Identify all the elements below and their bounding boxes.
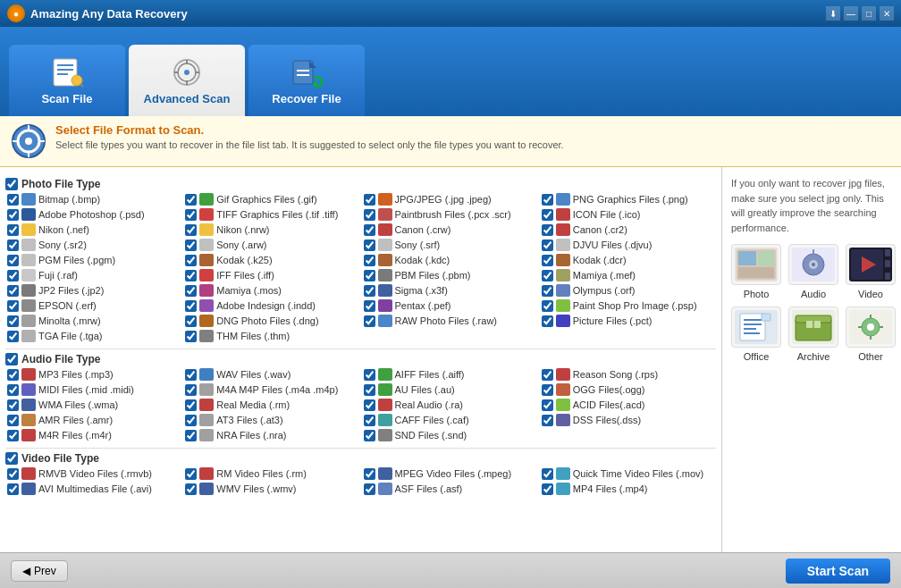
file-item: Canon (.crw) <box>362 223 538 237</box>
file-item: MIDI Files (.mid .midi) <box>5 382 181 397</box>
start-scan-button[interactable]: Start Scan <box>786 559 890 584</box>
tabs-bar: Scan File Advanced Scan <box>0 27 901 116</box>
photo-section-label: Photo File Type <box>21 178 100 190</box>
file-item: JPG/JPEG (.jpg .jpeg) <box>362 192 538 206</box>
svg-rect-2 <box>57 69 73 71</box>
file-item: Fuji (.raf) <box>5 268 181 282</box>
file-item <box>362 329 538 343</box>
tab-scan-file-label: Scan File <box>41 92 92 105</box>
svg-rect-15 <box>297 70 309 71</box>
video-thumb <box>846 244 896 285</box>
header-icon <box>11 123 46 159</box>
file-item: PGM Files (.pgm) <box>5 253 181 267</box>
tab-scan-file[interactable]: Scan File <box>9 45 125 116</box>
close-btn[interactable]: ✕ <box>880 6 894 21</box>
photo-section-checkbox[interactable] <box>5 178 18 190</box>
right-panel-tip: If you only want to recover jpg files, m… <box>731 176 892 235</box>
maximize-btn[interactable]: □ <box>862 6 876 21</box>
file-item: PBM Files (.pbm) <box>362 268 538 282</box>
video-section-label: Video File Type <box>21 452 99 465</box>
file-item: Real Audio (.ra) <box>362 398 538 412</box>
prev-label: Prev <box>34 565 56 577</box>
file-item: Nikon (.nef) <box>5 223 181 237</box>
file-item: Quick Time Video Files (.mov) <box>540 466 716 481</box>
file-item: RMVB Video Files (.rmvb) <box>5 466 181 481</box>
category-video[interactable]: Video <box>846 244 896 299</box>
office-thumb <box>731 307 781 348</box>
svg-rect-1 <box>57 64 73 66</box>
file-item: AIFF Files (.aiff) <box>362 367 538 382</box>
video-section-checkbox[interactable] <box>5 452 18 465</box>
category-audio[interactable]: Audio <box>788 244 838 299</box>
svg-rect-43 <box>744 319 762 321</box>
file-item <box>540 428 716 442</box>
tab-advanced-scan[interactable]: Advanced Scan <box>129 45 245 116</box>
audio-section-label: Audio File Type <box>21 353 100 365</box>
start-scan-label: Start Scan <box>807 564 869 578</box>
tab-recover-file[interactable]: Recover File <box>248 45 365 116</box>
footer: ◀ Prev Start Scan <box>0 552 901 588</box>
file-item: Real Media (.rm) <box>183 398 359 412</box>
recover-file-icon <box>289 56 324 88</box>
file-item: ACID Files(.acd) <box>540 398 716 412</box>
svg-rect-16 <box>297 74 309 76</box>
category-video-label: Video <box>858 289 883 299</box>
category-archive-label: Archive <box>797 351 830 362</box>
file-item: IFF Files (.iff) <box>183 268 359 282</box>
file-item: THM Files (.thm) <box>183 329 359 343</box>
app-logo: ● <box>7 4 25 22</box>
file-item: Kodak (.k25) <box>183 253 359 267</box>
svg-rect-38 <box>885 249 890 256</box>
file-item: MP4 Files (.mp4) <box>540 482 716 496</box>
category-other[interactable]: Other <box>846 307 896 362</box>
download-btn[interactable]: ⬇ <box>826 6 840 21</box>
category-office[interactable]: Office <box>731 307 781 362</box>
category-photo[interactable]: Photo <box>731 244 781 299</box>
file-item: AT3 Files (.at3) <box>183 413 359 427</box>
file-item: Olympus (.orf) <box>540 283 716 298</box>
main-content: Select File Format to Scan. Select file … <box>0 116 901 552</box>
file-item: CAFF Files (.caf) <box>362 413 538 427</box>
svg-rect-29 <box>738 267 774 278</box>
file-item: M4A M4P Files (.m4a .m4p) <box>183 382 359 397</box>
category-office-label: Office <box>744 351 770 362</box>
category-other-label: Other <box>858 351 883 362</box>
minimize-btn[interactable]: — <box>844 6 858 21</box>
prev-button[interactable]: ◀ Prev <box>11 560 68 582</box>
file-item: RM Video Files (.rm) <box>183 466 359 481</box>
file-item: Kodak (.dcr) <box>540 253 716 267</box>
file-item: Mamiya (.mef) <box>540 268 716 282</box>
file-item: WAV Files (.wav) <box>183 367 359 382</box>
svg-rect-39 <box>885 260 890 267</box>
file-item: Mamiya (.mos) <box>183 283 359 298</box>
file-item: DSS Files(.dss) <box>540 413 716 427</box>
other-thumb <box>846 307 896 348</box>
file-item: Paintbrush Files (.pcx .scr) <box>362 207 538 222</box>
file-item: Pentax (.pef) <box>362 298 538 313</box>
svg-rect-28 <box>758 251 774 265</box>
header-title: Select File Format to Scan. <box>55 123 564 137</box>
category-icons: Photo Audio <box>731 244 892 362</box>
audio-section-checkbox[interactable] <box>5 353 18 365</box>
header-subtitle: Select file types you want to recover in… <box>55 139 564 150</box>
file-item: AMR Files (.amr) <box>5 413 181 427</box>
category-archive[interactable]: Archive <box>788 307 838 362</box>
file-item: Canon (.cr2) <box>540 223 716 237</box>
file-item: ICON File (.ico) <box>540 207 716 222</box>
file-item: ASF Files (.asf) <box>362 482 538 496</box>
file-item: Minolta (.mrw) <box>5 314 181 328</box>
svg-rect-46 <box>744 332 760 334</box>
file-item: WMA Files (.wma) <box>5 398 181 412</box>
svg-point-33 <box>812 263 815 266</box>
svg-rect-3 <box>57 73 68 75</box>
file-item: JP2 Files (.jp2) <box>5 283 181 298</box>
svg-point-20 <box>25 138 32 145</box>
file-item: Sony (.srf) <box>362 238 538 252</box>
scan-file-icon <box>49 56 85 88</box>
photo-thumb <box>731 244 781 285</box>
archive-thumb <box>788 307 838 348</box>
file-item: TIFF Graphics Files (.tif .tiff) <box>183 207 359 222</box>
file-item: DJVU Files (.djvu) <box>540 238 716 252</box>
svg-line-5 <box>80 84 83 87</box>
file-item: WMV Files (.wmv) <box>183 482 359 496</box>
